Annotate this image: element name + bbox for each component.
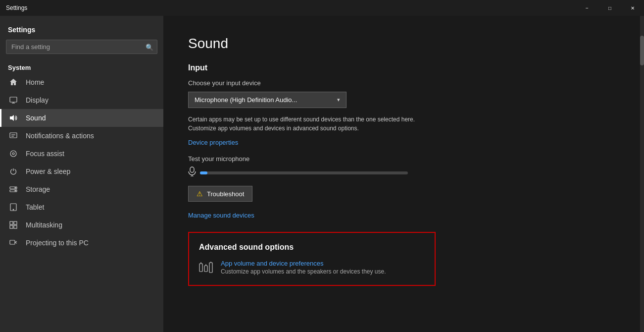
svg-rect-18 — [14, 225, 17, 228]
app-volume-icon — [199, 262, 213, 274]
svg-marker-3 — [10, 115, 14, 121]
device-properties-link[interactable]: Device properties — [188, 139, 238, 146]
sidebar-app-title: Settings — [0, 16, 163, 40]
search-input[interactable] — [6, 40, 157, 54]
svg-rect-25 — [199, 264, 202, 272]
svg-rect-0 — [10, 97, 17, 102]
input-device-value: Microphone (High Definition Audio... — [195, 96, 297, 104]
close-button[interactable]: ✕ — [621, 0, 644, 16]
window-controls: − □ ✕ — [576, 0, 644, 16]
sidebar-item-home[interactable]: Home — [0, 73, 163, 91]
svg-point-7 — [10, 151, 16, 157]
sidebar-item-power-label: Power & sleep — [26, 167, 70, 175]
warning-icon: ⚠ — [197, 190, 203, 198]
main-content: Sound Input Choose your input device Mic… — [163, 16, 644, 332]
power-icon — [8, 167, 19, 175]
sidebar-item-focus[interactable]: Focus assist — [0, 145, 163, 163]
minimize-button[interactable]: − — [576, 0, 598, 16]
sound-icon — [8, 114, 19, 122]
sidebar-item-notifications-label: Notifications & actions — [26, 132, 94, 140]
focus-icon — [8, 150, 19, 158]
sidebar-item-tablet[interactable]: Tablet — [0, 198, 163, 216]
chevron-down-icon: ▾ — [337, 97, 340, 103]
svg-rect-26 — [204, 266, 207, 272]
multitasking-icon — [8, 221, 19, 229]
svg-rect-22 — [190, 167, 194, 172]
sidebar-item-home-label: Home — [26, 78, 44, 86]
sidebar-section-label: System — [0, 60, 163, 73]
titlebar: Settings − □ ✕ — [0, 0, 644, 16]
choose-device-label: Choose your input device — [188, 79, 619, 87]
troubleshoot-button[interactable]: ⚠ Troubleshoot — [188, 186, 252, 202]
scrollbar-thumb[interactable] — [640, 36, 644, 65]
svg-line-21 — [15, 242, 17, 243]
sidebar-item-sound-label: Sound — [26, 114, 46, 122]
search-container: 🔍 — [6, 40, 157, 54]
svg-point-8 — [12, 153, 14, 155]
hint-text: Certain apps may be set up to use differ… — [188, 115, 426, 133]
svg-point-12 — [15, 190, 16, 191]
sidebar-item-sound[interactable]: Sound — [0, 109, 163, 127]
troubleshoot-label: Troubleshoot — [207, 190, 244, 198]
sidebar-item-storage-label: Storage — [26, 185, 50, 193]
page-title: Sound — [188, 36, 619, 52]
svg-rect-4 — [10, 133, 17, 138]
app-title: Settings — [6, 4, 27, 11]
sidebar-item-focus-label: Focus assist — [26, 150, 64, 158]
input-device-dropdown[interactable]: Microphone (High Definition Audio... ▾ — [188, 92, 347, 108]
notifications-icon — [8, 132, 19, 140]
sidebar-item-display-label: Display — [26, 96, 49, 104]
projecting-icon — [8, 239, 19, 247]
svg-rect-19 — [10, 240, 15, 244]
svg-point-14 — [13, 209, 14, 210]
sidebar-item-projecting-label: Projecting to this PC — [26, 239, 89, 247]
sidebar: Settings 🔍 System Home — [0, 16, 163, 332]
sidebar-item-notifications[interactable]: Notifications & actions — [0, 127, 163, 145]
sidebar-item-projecting[interactable]: Projecting to this PC — [0, 234, 163, 252]
search-icon: 🔍 — [146, 43, 153, 51]
app-volume-link[interactable]: App volume and device preferences — [221, 260, 386, 267]
home-icon — [8, 78, 19, 86]
test-mic-label: Test your microphone — [188, 155, 619, 163]
svg-point-11 — [15, 187, 16, 188]
scrollbar-track[interactable] — [640, 16, 644, 332]
tablet-icon — [8, 203, 19, 211]
sidebar-item-storage[interactable]: Storage — [0, 180, 163, 198]
svg-rect-27 — [209, 263, 212, 273]
mic-level-fill — [200, 171, 207, 174]
manage-sound-devices-link[interactable]: Manage sound devices — [188, 212, 254, 219]
mic-level-bar — [200, 171, 408, 174]
app-volume-desc: Customize app volumes and the speakers o… — [221, 268, 386, 275]
app-preferences-text: App volume and device preferences Custom… — [221, 260, 386, 275]
display-icon — [8, 96, 19, 104]
svg-rect-17 — [10, 225, 13, 228]
advanced-sound-options-section: Advanced sound options App vol — [188, 232, 436, 286]
svg-rect-16 — [14, 221, 17, 224]
storage-icon — [8, 185, 19, 193]
advanced-section-title: Advanced sound options — [199, 243, 425, 252]
mic-test-row — [188, 166, 619, 179]
microphone-icon — [188, 166, 196, 179]
app-preferences-row: App volume and device preferences Custom… — [199, 260, 425, 275]
sidebar-item-multitasking[interactable]: Multitasking — [0, 216, 163, 234]
input-section-title: Input — [188, 63, 619, 72]
maximize-button[interactable]: □ — [598, 0, 621, 16]
sidebar-item-power[interactable]: Power & sleep — [0, 163, 163, 180]
sidebar-item-tablet-label: Tablet — [26, 203, 44, 211]
svg-rect-15 — [10, 221, 13, 224]
sidebar-item-display[interactable]: Display — [0, 91, 163, 109]
sidebar-item-multitasking-label: Multitasking — [26, 221, 62, 229]
